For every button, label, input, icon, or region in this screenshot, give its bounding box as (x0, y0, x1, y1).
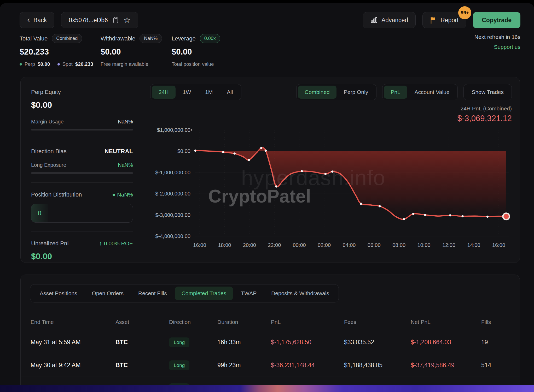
report-count-badge: 99+ (458, 6, 471, 19)
position-distribution-bar: 0 (31, 204, 133, 223)
scope-tab-combined[interactable]: Combined (298, 86, 336, 99)
svg-text:$-4,000,000.00: $-4,000,000.00 (155, 233, 190, 239)
trader-dashboard-page: ‹ Back 0x5078...eDb6 ☆ (0, 0, 534, 392)
copytrade-label: Copytrade (482, 17, 512, 24)
roe-value: 0.00% ROE (104, 240, 133, 247)
support-us-link[interactable]: Support us (474, 44, 520, 50)
total-value-amount: $20.233 (20, 47, 101, 57)
show-trades-button[interactable]: Show Trades (463, 84, 512, 100)
perp-dot-icon (20, 63, 22, 66)
distribution-zero-segment: 0 (31, 204, 48, 222)
advanced-label: Advanced (381, 17, 408, 24)
svg-text:16:00: 16:00 (193, 242, 206, 248)
svg-text:08:00: 08:00 (392, 242, 405, 248)
tab-open-orders[interactable]: Open Orders (85, 287, 130, 300)
favorite-star-icon[interactable]: ☆ (124, 16, 131, 24)
tab-recent-fills[interactable]: Recent Fills (131, 287, 174, 300)
divider (31, 182, 133, 183)
table-row[interactable]: May 31 at 5:59 AM BTC Long 16h 33m $-1,1… (21, 331, 520, 354)
svg-text:02:00: 02:00 (318, 242, 331, 248)
tab-asset-positions[interactable]: Asset Positions (33, 287, 84, 300)
chart-controls-right: Combined Perp Only PnL Account Value Sho… (296, 84, 512, 100)
cell-end-time: May 30 at 9:42 AM (31, 362, 115, 369)
leverage-badge: 0.00x (200, 34, 220, 43)
back-button[interactable]: ‹ Back (20, 12, 54, 28)
unrealized-pnl-label: Unrealized PnL (31, 240, 70, 247)
svg-text:16:00: 16:00 (492, 242, 505, 248)
svg-text:$-2,000,000.00: $-2,000,000.00 (155, 191, 190, 197)
leverage-amount: $0.00 (172, 47, 250, 57)
direction-badge: Long (169, 337, 189, 347)
tab-deposits-withdrawals[interactable]: Deposits & Withdrawals (264, 287, 336, 300)
direction-badge: Long (169, 360, 189, 370)
svg-text:$0.00: $0.00 (177, 148, 190, 154)
stat-leverage: Leverage 0.00x $0.00 Total position valu… (172, 34, 250, 67)
pnl-chart-area: 24H 1W 1M All Combined Perp Only PnL Acc… (143, 77, 520, 263)
account-stats-row: Total Value Combined $20.233 Perp $0.00 … (0, 29, 534, 67)
pnl-chart[interactable]: 16:0018:0020:0022:0000:0002:0004:0006:00… (150, 124, 512, 251)
svg-text:10:00: 10:00 (417, 242, 431, 248)
cell-net-pnl: $-1,208,664.03 (411, 339, 481, 346)
cell-end-time: May 31 at 5:59 AM (31, 339, 115, 346)
leverage-sub: Total position value (172, 61, 214, 67)
scope-tab-perp-only[interactable]: Perp Only (337, 86, 375, 99)
metric-tab-account-value[interactable]: Account Value (408, 86, 456, 99)
cell-fees: $1,188,438.05 (344, 362, 411, 369)
svg-text:12:00: 12:00 (442, 242, 455, 248)
trades-card: Asset Positions Open Orders Recent Fills… (20, 275, 520, 392)
report-button-wrap: 99+ Report (422, 12, 466, 28)
copy-icon[interactable] (113, 16, 119, 24)
long-exposure-bar (31, 172, 133, 174)
arrow-up-icon: ↑ (99, 240, 102, 247)
perp-equity-value: $0.00 (31, 100, 133, 110)
perp-value: $0.00 (38, 61, 50, 67)
cell-asset: BTC (115, 339, 169, 346)
metric-tab-pnl[interactable]: PnL (384, 86, 407, 99)
table-row[interactable]: May 30 at 9:42 AM BTC Long 99h 23m $-36,… (21, 354, 520, 377)
metric-tabs: PnL Account Value (382, 84, 458, 100)
col-net-pnl: Net PnL (411, 319, 481, 325)
refresh-block: Next refresh in 16s Support us (474, 34, 520, 50)
direction-bias-label: Direction Bias (31, 148, 67, 155)
range-tab-all[interactable]: All (220, 86, 240, 99)
withdrawable-sub: Free margin available (101, 61, 148, 67)
withdrawable-badge: NaN% (140, 34, 162, 43)
withdrawable-amount: $0.00 (101, 47, 172, 57)
address-pill[interactable]: 0x5078...eDb6 ☆ (61, 12, 138, 28)
col-end-time: End Time (31, 319, 115, 325)
withdrawable-label: Withdrawable (101, 35, 135, 42)
scope-tabs: Combined Perp Only (296, 84, 376, 100)
long-exposure-label: Long Exposure (31, 162, 66, 168)
refresh-countdown: Next refresh in 16s (474, 34, 520, 40)
content-surface: ‹ Back 0x5078...eDb6 ☆ (0, 3, 534, 392)
report-label: Report (440, 17, 458, 24)
svg-text:22:00: 22:00 (268, 242, 281, 248)
bottom-banner[interactable] (0, 385, 534, 392)
combined-badge: Combined (52, 34, 82, 43)
svg-text:$1,000,000.00: $1,000,000.00 (157, 127, 190, 133)
pnl-chart-svg: 16:0018:0020:0022:0000:0002:0004:0006:00… (150, 124, 513, 251)
perp-equity-label: Perp Equity (31, 89, 133, 96)
position-distribution-stat: NaN% (113, 192, 133, 198)
advanced-button[interactable]: Advanced (363, 12, 416, 28)
cell-duration: 16h 33m (217, 339, 271, 346)
spot-value: $20.233 (75, 61, 93, 67)
completed-trades-table: End Time Asset Direction Duration PnL Fe… (21, 313, 520, 392)
svg-text:04:00: 04:00 (343, 242, 356, 248)
tab-twap[interactable]: TWAP (234, 287, 263, 300)
cell-fills: 514 (481, 362, 510, 369)
range-tab-1m[interactable]: 1M (198, 86, 219, 99)
svg-text:06:00: 06:00 (368, 242, 381, 248)
copytrade-button[interactable]: Copytrade (473, 12, 520, 28)
range-tab-1w[interactable]: 1W (176, 86, 198, 99)
position-distribution-label: Position Distribution (31, 191, 82, 198)
trades-tabs: Asset Positions Open Orders Recent Fills… (30, 284, 339, 302)
topbar-actions: Advanced 99+ Report Copytrade (363, 12, 520, 28)
tab-completed-trades[interactable]: Completed Trades (175, 287, 233, 300)
total-value-label: Total Value (20, 35, 48, 42)
unrealized-pnl-value: $0.00 (31, 252, 133, 261)
svg-text:20:00: 20:00 (243, 242, 256, 248)
pnl-readout-label: 24H PnL (Combined) (150, 105, 512, 112)
equity-panel: Perp Equity $0.00 Margin Usage NaN% Dire… (21, 77, 143, 263)
range-tab-24h[interactable]: 24H (152, 86, 176, 99)
